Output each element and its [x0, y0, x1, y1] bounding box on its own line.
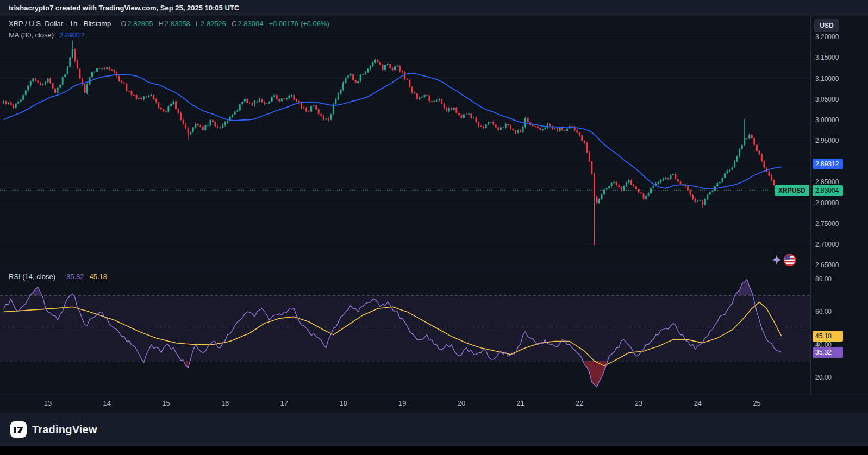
symbol-legend: XRP / U.S. Dollar · 1h · Bitstamp O 2.82… [9, 20, 329, 28]
rsi-axis-label: 60.00 [815, 307, 832, 316]
rsi-ma-badge: 45.18 [813, 331, 843, 342]
price-axis-label: 3.20000 [815, 33, 839, 41]
time-axis-label: 23 [628, 399, 650, 407]
open-label: O [121, 20, 126, 28]
rsi-axis-label: 20.00 [815, 373, 832, 382]
ma-price-badge: 2.89312 [813, 159, 843, 169]
rsi-ma-value: 45.18 [90, 273, 108, 281]
time-axis-label: 16 [214, 399, 236, 407]
change-value: +0.00176 (+0.06%) [268, 20, 329, 28]
price-axis-label: 3.00000 [815, 116, 839, 124]
high-label: H [158, 20, 163, 28]
price-axis-label: 2.80000 [815, 199, 839, 207]
ma-legend: MA (30, close) 2.89312 [9, 31, 85, 39]
currency-button[interactable]: USD [814, 19, 839, 32]
price-axis-label: 2.75000 [815, 219, 839, 228]
price-axis-label: 2.70000 [815, 240, 839, 249]
ma-legend-label: MA (30, close) [9, 31, 54, 39]
chart-watermark-icon [772, 253, 797, 268]
time-axis-label: 14 [96, 399, 118, 407]
price-axis[interactable]: USD 3.200003.150003.100003.050003.000002… [810, 16, 868, 395]
watermark-credit-text: trishacrypto7 created with TradingView.c… [9, 4, 239, 12]
low-label: L [196, 20, 199, 28]
price-pane[interactable]: XRP / U.S. Dollar · 1h · Bitstamp O 2.82… [0, 16, 810, 269]
price-axis-label: 2.65000 [815, 261, 839, 269]
topbar: trishacrypto7 created with TradingView.c… [0, 0, 868, 16]
time-axis[interactable]: 13141516171819202122232425 [0, 395, 868, 413]
rsi-axis-label: 80.00 [815, 275, 832, 283]
sparkle-icon [772, 255, 782, 265]
low-value: 2.82526 [201, 20, 226, 28]
rsi-legend: RSI (14, close) 35.32 45.18 [9, 273, 107, 281]
price-axis-label: 3.05000 [815, 95, 839, 104]
time-axis-label: 20 [451, 399, 472, 407]
tradingview-logo-icon [10, 421, 27, 438]
tradingview-logo[interactable]: TradingView [10, 421, 97, 438]
time-axis-label: 22 [569, 399, 590, 407]
time-axis-label: 19 [391, 399, 413, 407]
symbol-title: XRP / U.S. Dollar · 1h · Bitstamp [9, 20, 111, 28]
close-label: C [232, 20, 236, 28]
open-value: 2.82805 [127, 20, 153, 28]
last-price-badge: 2.83004 [813, 185, 843, 196]
rsi-chart[interactable] [0, 269, 810, 394]
bottom-strip [0, 446, 868, 455]
time-axis-label: 25 [746, 399, 767, 407]
price-axis-label: 2.95000 [815, 136, 839, 145]
price-axis-label: 3.10000 [815, 74, 839, 83]
time-axis-label: 13 [37, 399, 59, 407]
time-axis-label: 21 [510, 399, 532, 407]
time-axis-label: 17 [273, 399, 295, 407]
rsi-legend-label: RSI (14, close) [9, 273, 55, 281]
price-axis-label: 3.15000 [815, 53, 839, 62]
tradingview-brand-text: TradingView [32, 424, 97, 436]
footer: TradingView [0, 413, 868, 446]
time-axis-label: 15 [155, 399, 177, 407]
time-axis-label: 18 [333, 399, 354, 407]
rsi-value-badge: 35.32 [813, 347, 843, 358]
symbol-price-tag: XRPUSD [775, 185, 809, 196]
high-value: 2.83058 [165, 20, 190, 28]
tradingview-chart-app: trishacrypto7 created with TradingView.c… [0, 0, 868, 455]
time-axis-label: 24 [687, 399, 709, 407]
ma-legend-value: 2.89312 [59, 31, 85, 39]
chart-area[interactable]: XRP / U.S. Dollar · 1h · Bitstamp O 2.82… [0, 16, 810, 395]
candlestick-chart[interactable] [0, 16, 810, 269]
us-flag-icon [784, 254, 796, 266]
rsi-value: 35.32 [66, 273, 84, 281]
close-value: 2.83004 [238, 20, 263, 28]
rsi-pane[interactable]: RSI (14, close) 35.32 45.18 [0, 269, 810, 394]
